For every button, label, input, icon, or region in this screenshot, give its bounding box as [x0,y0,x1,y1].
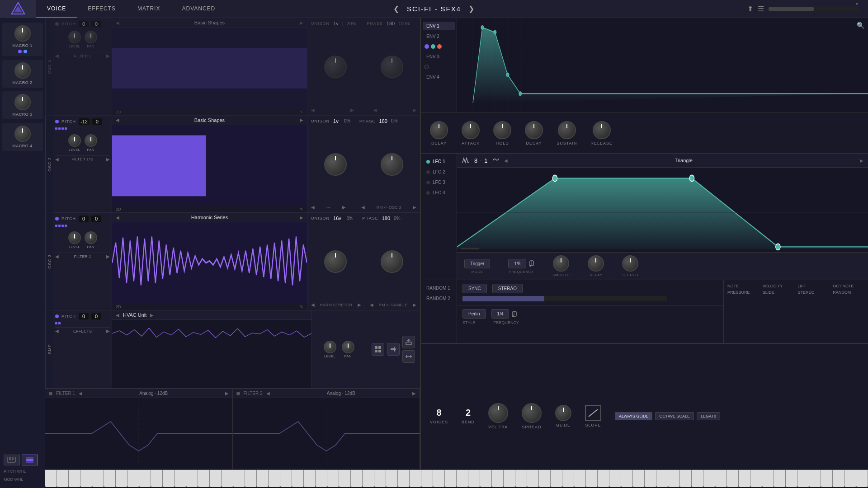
piano-white-key[interactable] [668,470,680,487]
piano-white-key[interactable] [421,470,433,487]
vel-trk-knob[interactable] [488,403,508,423]
piano-white-key[interactable] [57,470,69,487]
osc-2-mod-prev[interactable]: ◀ [311,205,315,210]
osc-3-unison-knob[interactable] [324,250,347,273]
tab-voice[interactable]: VOICE [36,0,77,18]
piano-white-key[interactable] [245,470,257,487]
piano-white-key[interactable] [715,470,727,487]
piano-white-key[interactable] [809,470,821,487]
lfo-shape-prev[interactable]: ◀ [504,158,508,163]
filter-1-type-prev[interactable]: ◀ [79,391,82,396]
osc-1-phase-knob[interactable] [381,56,403,78]
piano-white-key[interactable] [292,470,304,487]
env-4-item[interactable]: ENV 4 [423,73,455,81]
osc-2-status[interactable] [55,120,59,123]
osc-2-unison-knob[interactable] [324,153,347,176]
lfo-1-item[interactable]: LFO 1 [423,157,455,166]
piano-white-key[interactable] [527,470,539,487]
piano-white-key[interactable] [480,470,492,487]
piano-white-key[interactable] [316,470,327,487]
piano-white-key[interactable] [69,470,80,487]
smp-flip-btn[interactable] [402,350,415,363]
osc-3-rm-prev[interactable]: ◀ [370,302,373,307]
piano-white-key[interactable] [656,470,668,487]
env-decay-knob[interactable] [525,121,543,139]
piano-white-key[interactable] [457,470,468,487]
osc-3-rm-next[interactable]: ▶ [413,302,416,307]
osc-1-mod-next[interactable]: ▶ [350,108,354,113]
smp-upload-btn[interactable] [402,336,415,348]
piano-white-key[interactable] [492,470,504,487]
random-2-item[interactable]: RANDOM 2 [423,294,455,303]
piano-white-key[interactable] [750,470,762,487]
piano-white-key[interactable] [586,470,598,487]
piano-white-key[interactable] [551,470,562,487]
piano-white-key[interactable] [186,470,198,487]
piano-white-key[interactable] [139,470,151,487]
piano-white-key[interactable] [104,470,116,487]
osc-3-pitch-coarse[interactable]: 0 [79,216,89,222]
piano-white-key[interactable] [774,470,786,487]
osc-1-rm-next[interactable]: ▶ [413,108,416,113]
osc-1-wave-prev[interactable]: ◀ [116,20,119,25]
osc-2-filter-next[interactable]: ▶ [106,157,110,162]
osc-1-wave-next[interactable]: ▶ [300,20,303,25]
smp-filter-next[interactable]: ▶ [106,328,110,333]
piano-white-key[interactable] [351,470,363,487]
piano-white-key[interactable] [598,470,609,487]
always-glide-btn[interactable]: ALWAYS GLIDE [615,412,652,420]
piano-white-key[interactable] [703,470,715,487]
piano-white-key[interactable] [163,470,175,487]
osc-3-phase-knob[interactable] [381,250,403,273]
macro-1-knob[interactable] [14,25,31,42]
tab-matrix[interactable]: MATRIX [127,0,171,18]
filter-1-type-next[interactable]: ▶ [225,391,229,396]
piano-white-key[interactable] [233,470,245,487]
osc-1-pitch-coarse[interactable]: 0 [79,21,89,27]
piano-white-key[interactable] [562,470,574,487]
preset-prev[interactable]: ❮ [393,5,400,13]
osc-3-edit-icon[interactable]: ✎ [300,305,303,309]
smp-wave-next[interactable]: ▶ [150,313,154,318]
env-2-item[interactable]: ENV 2 [423,32,455,41]
env-hold-knob[interactable] [493,121,511,139]
octave-scale-btn[interactable]: OCTAVE SCALE [655,412,694,420]
lfo-shape-next[interactable]: ▶ [860,158,863,163]
osc-1-filter-next[interactable]: ▶ [106,53,110,58]
piano-view-btn[interactable] [4,455,20,465]
osc-3-status[interactable] [55,217,59,221]
lfo-delay-knob[interactable] [588,255,604,272]
piano-white-key[interactable] [127,470,139,487]
smp-pan-knob[interactable] [342,341,354,353]
piano-white-key[interactable] [374,470,386,487]
macro-4-knob[interactable] [14,126,31,142]
export-icon[interactable]: ⬆ [747,5,753,13]
preset-next[interactable]: ❯ [468,5,475,13]
piano-white-key[interactable] [175,470,186,487]
filter-1-status[interactable] [49,392,52,395]
filter-2-type-prev[interactable]: ◀ [266,391,270,396]
legato-btn[interactable]: LEGAT0 [697,412,720,420]
piano-white-key[interactable] [198,470,210,487]
list-view-btn[interactable] [22,455,38,465]
piano-white-key[interactable] [222,470,233,487]
piano-white-key[interactable] [515,470,527,487]
logo[interactable] [0,0,36,18]
env-3-item[interactable]: ENV 3 [423,52,455,61]
osc-3-pan-knob[interactable] [85,231,97,244]
filter-2-type-next[interactable]: ▶ [412,391,416,396]
piano-white-key[interactable] [645,470,656,487]
smp-pitch-fine[interactable]: 0 [91,313,101,319]
piano-white-key[interactable] [339,470,351,487]
random-1-item[interactable]: RANDOM 1 [423,284,455,292]
piano-white-key[interactable] [410,470,421,487]
osc-3-filter-prev[interactable]: ◀ [55,254,59,259]
piano-white-key[interactable] [433,470,445,487]
osc-3-wave-prev[interactable]: ◀ [116,215,119,220]
osc-2-pitch-coarse[interactable]: -12 [79,118,90,125]
piano-white-key[interactable] [304,470,316,487]
piano-white-key[interactable] [116,470,127,487]
osc-2-rm-next[interactable]: ▶ [413,205,416,210]
piano-white-key[interactable] [504,470,515,487]
smp-filter-prev[interactable]: ◀ [55,328,59,333]
